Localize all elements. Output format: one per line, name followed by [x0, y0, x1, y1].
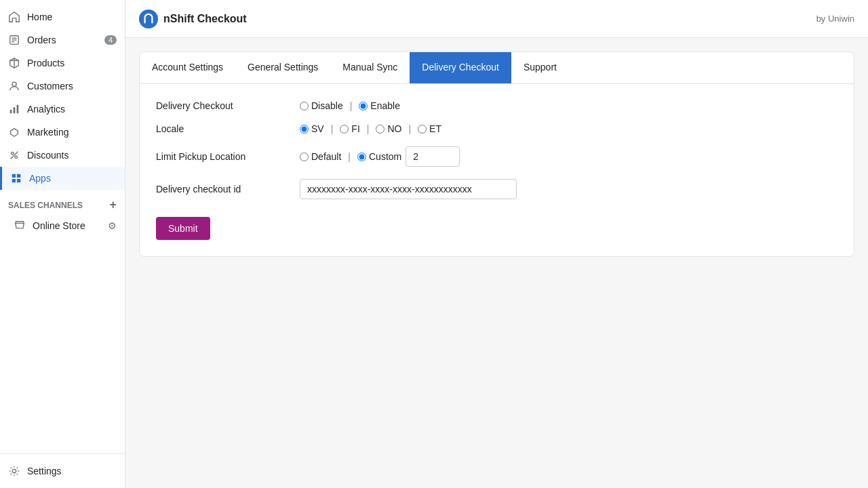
- sidebar-item-home[interactable]: Home: [0, 5, 125, 28]
- separator-4: |: [408, 123, 411, 134]
- sidebar-item-settings-label: Settings: [27, 466, 62, 476]
- disable-radio-group: Disable: [300, 100, 343, 111]
- sidebar-item-online-store-label: Online Store: [33, 220, 85, 231]
- sales-channels-label: Sales channels: [8, 201, 83, 210]
- et-radio[interactable]: [418, 125, 427, 134]
- tab-delivery-checkout[interactable]: Delivery Checkout: [410, 52, 511, 83]
- marketing-icon: [8, 126, 20, 138]
- online-store-settings-icon[interactable]: ⚙: [108, 220, 117, 231]
- delivery-checkout-id-input[interactable]: [300, 179, 517, 199]
- sidebar-item-orders-label: Orders: [27, 35, 56, 45]
- tab-manual-sync[interactable]: Manual Sync: [330, 52, 410, 83]
- svg-point-10: [12, 152, 14, 155]
- topbar-byline: by Uniwin: [816, 14, 854, 24]
- separator-1: |: [350, 100, 353, 111]
- products-icon: [8, 57, 20, 69]
- sidebar-item-customers-label: Customers: [27, 81, 73, 92]
- sales-channels-section: Sales channels +: [0, 190, 125, 215]
- sidebar-item-analytics[interactable]: Analytics: [0, 98, 125, 121]
- sidebar-item-customers[interactable]: Customers: [0, 75, 125, 98]
- locale-controls: SV | FI | NO |: [300, 123, 441, 134]
- submit-button[interactable]: Submit: [156, 217, 210, 240]
- logo-icon: [139, 9, 158, 28]
- discounts-icon: [8, 149, 20, 161]
- disable-radio[interactable]: [300, 102, 309, 110]
- fi-radio-group: FI: [340, 123, 359, 134]
- delivery-checkout-controls: Disable | Enable: [300, 100, 400, 111]
- et-label[interactable]: ET: [429, 123, 441, 134]
- main-area: nShift Checkout by Uniwin Account Settin…: [125, 0, 868, 488]
- sidebar-bottom: Settings: [0, 453, 125, 488]
- custom-radio[interactable]: [357, 152, 366, 161]
- default-label[interactable]: Default: [311, 151, 341, 162]
- sidebar-item-orders[interactable]: Orders 4: [0, 28, 125, 52]
- sidebar-item-home-label: Home: [27, 12, 52, 22]
- settings-card: Account Settings General Settings Manual…: [139, 52, 854, 257]
- enable-radio[interactable]: [359, 102, 368, 110]
- fi-radio[interactable]: [340, 125, 349, 134]
- customers-icon: [8, 80, 20, 92]
- sidebar-item-settings[interactable]: Settings: [0, 460, 125, 483]
- et-radio-group: ET: [418, 123, 441, 134]
- apps-icon: [10, 172, 22, 184]
- locale-row: Locale SV | FI |: [156, 123, 837, 134]
- tab-account-settings[interactable]: Account Settings: [140, 52, 235, 83]
- default-radio[interactable]: [300, 152, 309, 161]
- svg-rect-9: [17, 105, 19, 114]
- sidebar-item-apps[interactable]: Apps: [0, 167, 125, 190]
- sidebar-item-analytics-label: Analytics: [27, 104, 65, 115]
- sidebar-item-marketing[interactable]: Marketing: [0, 121, 125, 144]
- svg-rect-8: [14, 107, 16, 113]
- svg-rect-16: [17, 179, 20, 182]
- svg-rect-15: [12, 179, 16, 182]
- limit-pickup-row: Limit Pickup Location Default | Custom: [156, 146, 837, 167]
- limit-pickup-field-label: Limit Pickup Location: [156, 151, 292, 162]
- sv-radio[interactable]: [300, 125, 309, 134]
- sidebar-item-discounts-label: Discounts: [27, 150, 68, 161]
- svg-rect-14: [17, 174, 20, 178]
- svg-point-11: [15, 156, 18, 159]
- default-radio-group: Default: [300, 151, 341, 162]
- custom-label[interactable]: Custom: [369, 151, 401, 162]
- add-sales-channel-icon[interactable]: +: [109, 198, 117, 212]
- orders-icon: [8, 34, 20, 46]
- delivery-checkout-id-controls: [300, 179, 517, 199]
- orders-badge: 4: [104, 35, 117, 45]
- settings-icon: [8, 465, 20, 477]
- tab-support[interactable]: Support: [511, 52, 569, 83]
- sidebar-item-products-label: Products: [27, 58, 64, 68]
- limit-pickup-value-input[interactable]: [406, 146, 460, 167]
- tab-general-settings[interactable]: General Settings: [235, 52, 330, 83]
- app-logo: nShift Checkout: [139, 9, 247, 28]
- settings-tabs: Account Settings General Settings Manual…: [140, 52, 854, 84]
- fi-label[interactable]: FI: [351, 123, 359, 134]
- sidebar-item-marketing-label: Marketing: [27, 127, 68, 138]
- sidebar-item-apps-label: Apps: [29, 173, 51, 184]
- separator-5: |: [348, 151, 351, 162]
- delivery-checkout-id-row: Delivery checkout id: [156, 179, 837, 199]
- delivery-checkout-id-field-label: Delivery checkout id: [156, 184, 292, 195]
- no-label[interactable]: NO: [387, 123, 401, 134]
- locale-field-label: Locale: [156, 123, 292, 134]
- online-store-icon: [14, 220, 26, 232]
- sidebar-nav: Home Orders 4 Products Customers A: [0, 0, 125, 453]
- sidebar-item-products[interactable]: Products: [0, 52, 125, 75]
- sv-label[interactable]: SV: [311, 123, 324, 134]
- svg-point-17: [12, 469, 16, 472]
- disable-label[interactable]: Disable: [311, 100, 343, 111]
- enable-radio-group: Enable: [359, 100, 400, 111]
- sidebar: Home Orders 4 Products Customers A: [0, 0, 125, 488]
- sidebar-item-discounts[interactable]: Discounts: [0, 144, 125, 167]
- custom-radio-group: Custom: [357, 151, 401, 162]
- delivery-checkout-field-label: Delivery Checkout: [156, 100, 292, 111]
- sidebar-item-online-store[interactable]: Online Store ⚙: [0, 215, 125, 237]
- no-radio[interactable]: [376, 125, 384, 134]
- app-title: nShift Checkout: [163, 13, 247, 25]
- separator-3: |: [367, 123, 370, 134]
- separator-2: |: [331, 123, 334, 134]
- home-icon: [8, 11, 20, 23]
- limit-pickup-controls: Default | Custom: [300, 146, 460, 167]
- enable-label[interactable]: Enable: [370, 100, 400, 111]
- sv-radio-group: SV: [300, 123, 324, 134]
- delivery-checkout-row: Delivery Checkout Disable | Enable: [156, 100, 837, 111]
